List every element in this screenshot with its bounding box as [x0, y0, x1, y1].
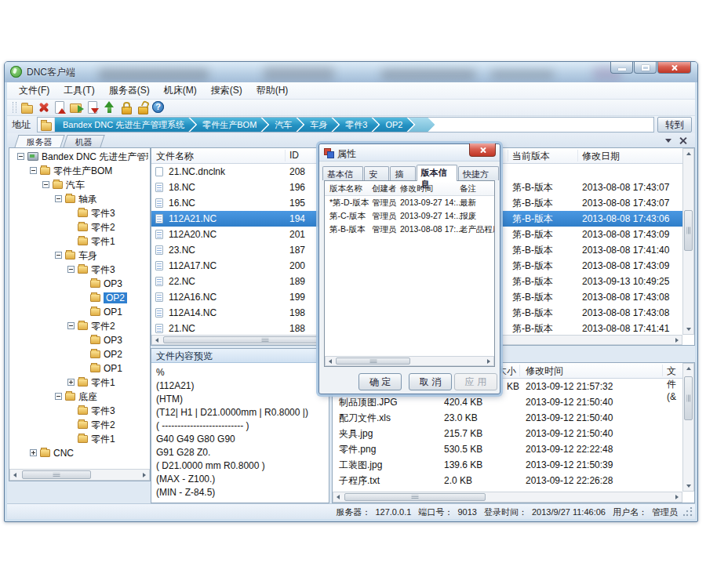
dialog-tab[interactable]: 摘要	[390, 166, 415, 180]
tree-item[interactable]: 零件2	[11, 220, 148, 234]
attachment-row[interactable]: 配刀文件.xls23.0 KB2013-09-12 21:50:40	[333, 410, 682, 426]
column-header-filename[interactable]: 文件名称	[156, 150, 194, 163]
lock-icon[interactable]	[118, 100, 133, 114]
go-button[interactable]: 转到	[657, 117, 692, 132]
version-row[interactable]: 第-C-版本管理员2013-09-27 14:...报废	[325, 209, 494, 223]
collapse-icon[interactable]	[55, 393, 62, 400]
minimize-button[interactable]	[610, 62, 633, 74]
tree-item[interactable]: 零件3	[11, 263, 148, 277]
tree-item[interactable]: 零件2	[11, 319, 148, 333]
tree-item[interactable]: 车身	[11, 249, 148, 263]
apply-button[interactable]: 应 用	[454, 373, 497, 390]
tree-item[interactable]: CNC	[11, 446, 148, 460]
tree-item[interactable]: 零件2	[11, 418, 148, 432]
attachment-row[interactable]: 子程序.txt2.0 KB2013-09-12 22:26:28	[333, 473, 682, 488]
preview-line: (112A21)	[156, 379, 327, 393]
tree-item[interactable]: 零件3	[11, 206, 148, 220]
breadcrumb-segment[interactable]: 零件3	[333, 118, 378, 132]
tree-item[interactable]: OP3	[11, 277, 148, 291]
attachment-name-cell: 零件.png	[339, 441, 376, 457]
menu-item[interactable]: 服务器(S)	[102, 82, 157, 99]
column-header-version-name[interactable]: 版本名称	[329, 183, 362, 194]
tree-item[interactable]: OP3	[11, 333, 148, 347]
collapse-icon[interactable]	[55, 252, 62, 259]
dialog-tab[interactable]: 安全	[364, 166, 389, 180]
tree-item-label: 零件3	[91, 405, 115, 416]
menu-item[interactable]: 工具(T)	[56, 82, 101, 99]
upload-file-icon[interactable]	[53, 100, 67, 114]
column-header-creator[interactable]: 创建者	[372, 183, 397, 194]
breadcrumb-segment[interactable]: 汽车	[262, 118, 303, 132]
delete-icon[interactable]	[36, 100, 51, 114]
tree-item[interactable]: OP2	[11, 347, 148, 361]
send-folder-icon[interactable]	[69, 100, 84, 114]
help-icon[interactable]	[151, 100, 166, 114]
tree-item[interactable]: 零件1	[11, 376, 148, 390]
tree-item[interactable]: 零件1	[11, 234, 148, 249]
attachment-row[interactable]: 零件.png530.5 KB2013-09-12 22:22:48	[333, 441, 682, 457]
maximize-button[interactable]	[634, 62, 657, 74]
expand-icon[interactable]	[30, 449, 37, 456]
resize-grip[interactable]	[683, 507, 693, 517]
cancel-button[interactable]: 取 消	[409, 373, 452, 390]
collapse-icon[interactable]	[42, 181, 49, 188]
dialog-tab[interactable]: 快捷方式	[458, 166, 499, 180]
ok-button[interactable]: 确 定	[358, 373, 402, 390]
tree-item[interactable]: OP1	[11, 361, 148, 376]
close-button[interactable]	[657, 62, 691, 74]
modified-date-cell: 2013-08-08 17:43:08	[582, 305, 669, 321]
attachment-row[interactable]: 工装图.jpg139.6 KB2013-09-12 21:50:39	[333, 457, 682, 473]
tree-item[interactable]: 零件1	[11, 432, 148, 446]
tree-item[interactable]: 零件3	[11, 404, 148, 418]
chevron-down-icon[interactable]	[665, 139, 671, 143]
collapse-icon[interactable]	[67, 322, 75, 329]
menu-item[interactable]: 搜索(S)	[204, 82, 249, 99]
tab-servers[interactable]: 服务器	[14, 135, 64, 147]
attachment-row[interactable]: 制品顶图.JPG420.4 KB2013-09-12 21:50:40	[333, 394, 682, 410]
dialog-tab[interactable]: 基本信息	[322, 166, 363, 180]
version-row[interactable]: 第-B-版本管理员2013-08-08 17:...老产品程序	[325, 223, 494, 236]
attachment-row[interactable]: 夹具.jpg215.7 KB2013-09-12 21:50:40	[333, 426, 682, 441]
tree-item[interactable]: 汽车	[11, 178, 148, 192]
dialog-horizontal-scrollbar[interactable]	[325, 356, 494, 366]
attachments-horizontal-scrollbar[interactable]	[333, 492, 682, 503]
new-folder-icon[interactable]	[20, 100, 35, 114]
tree-item[interactable]: Bandex DNC 先进生产管理系统	[11, 150, 148, 164]
tree-item[interactable]: OP1	[11, 305, 148, 319]
expand-icon[interactable]	[67, 379, 75, 386]
tab-machines[interactable]: 机器	[63, 135, 104, 147]
menu-item[interactable]: 文件(F)	[12, 82, 56, 99]
file-list-vertical-scrollbar[interactable]	[682, 148, 694, 335]
collapse-icon[interactable]	[55, 195, 62, 202]
upload-icon[interactable]	[102, 100, 117, 114]
menu-item[interactable]: 帮助(H)	[249, 82, 296, 99]
collapse-icon[interactable]	[30, 167, 37, 174]
dialog-tab[interactable]: 版本信息	[417, 165, 457, 181]
close-icon[interactable]	[679, 136, 687, 144]
download-file-icon[interactable]	[86, 100, 100, 114]
menu-item[interactable]: 机床(M)	[157, 82, 204, 99]
collapse-icon[interactable]	[17, 153, 24, 160]
dialog-title-bar[interactable]: 属性	[319, 144, 500, 162]
collapse-icon[interactable]	[67, 266, 75, 273]
column-header-modified-date[interactable]: 修改日期	[582, 150, 620, 163]
attachments-vertical-scrollbar[interactable]	[682, 363, 694, 492]
column-header-note[interactable]: 备注	[460, 183, 476, 194]
dialog-close-button[interactable]	[469, 143, 496, 157]
time-cell: 2013-09-27 14:...	[400, 196, 463, 209]
tree-horizontal-scrollbar[interactable]	[9, 469, 150, 481]
tree-item[interactable]: 轴承	[11, 192, 148, 206]
tree-item[interactable]: OP2	[11, 291, 148, 305]
unlock-icon[interactable]	[135, 100, 150, 114]
title-bar[interactable]: DNC客户端	[5, 62, 697, 82]
tree-item[interactable]: 底座	[11, 390, 148, 404]
breadcrumb-segment[interactable]: OP2	[373, 118, 413, 132]
column-header-modified-time[interactable]: 修改时间	[526, 365, 563, 378]
column-header-id[interactable]: ID	[289, 150, 299, 161]
tree-item[interactable]: 零件生产BOM	[11, 164, 148, 178]
breadcrumb-segment[interactable]: 车身	[297, 118, 338, 132]
version-row[interactable]: *第-D-版本管理员2013-09-27 14:...最新	[325, 196, 494, 209]
column-header-current-version[interactable]: 当前版本	[512, 150, 550, 163]
breadcrumb-segment[interactable]: Bandex DNC 先进生产管理系统	[55, 118, 195, 132]
breadcrumb-segment[interactable]: 零件生产BOM	[190, 118, 267, 132]
